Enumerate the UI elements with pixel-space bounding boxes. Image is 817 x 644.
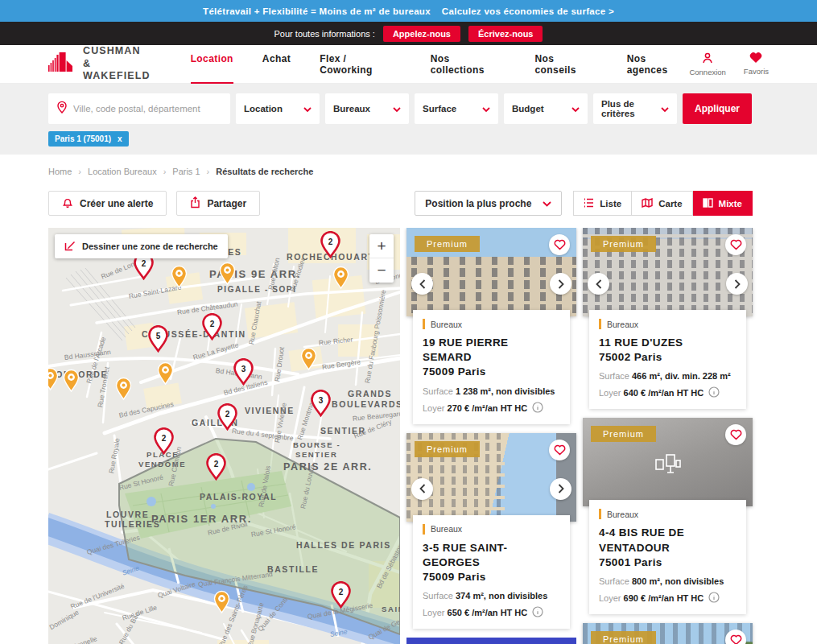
listing-card[interactable]: Premium Bureaux 4-4 BIS RUE DE VENTADOUR…: [583, 418, 753, 614]
banner-text: Télétravail + Flexibilité = Moins de m² …: [203, 6, 431, 16]
map-cluster-pin[interactable]: 2: [201, 313, 223, 344]
svg-text:3: 3: [319, 396, 324, 405]
filter-dropdown-bureaux[interactable]: Bureaux: [325, 93, 409, 124]
promo-banner: Télétravail + Flexibilité = Moins de m² …: [0, 0, 817, 22]
map-district-label: BASTILLE: [267, 564, 319, 574]
svg-text:3: 3: [241, 365, 246, 374]
info-icon[interactable]: [708, 592, 720, 605]
breadcrumb-item[interactable]: Home: [48, 167, 72, 176]
nav-item-location[interactable]: Location: [191, 48, 233, 80]
nav-item-nos-conseils[interactable]: Nos conseils: [535, 48, 598, 80]
map-zoom-control: + −: [369, 234, 394, 283]
carousel-prev-icon[interactable]: [588, 273, 609, 295]
map-cluster-pin[interactable]: 3: [310, 390, 332, 420]
info-icon[interactable]: [532, 606, 543, 619]
favorite-heart-icon[interactable]: [549, 234, 570, 255]
sort-dropdown[interactable]: Position la plus proche: [415, 191, 562, 216]
listing-title: 4-4 BIS RUE DE VENTADOUR75001 Paris: [599, 526, 737, 570]
carousel-prev-icon[interactable]: [411, 478, 433, 500]
info-icon[interactable]: [532, 402, 543, 415]
view-button-liste[interactable]: Liste: [573, 191, 632, 216]
favorites-button[interactable]: Favoris: [744, 52, 769, 76]
carousel-next-icon[interactable]: [550, 273, 571, 295]
zoom-out-button[interactable]: −: [369, 258, 394, 283]
filter-bar: LocationBureauxSurfaceBudgetPlus de crit…: [0, 84, 817, 155]
search-input[interactable]: [73, 104, 222, 114]
share-button[interactable]: Partager: [176, 191, 260, 216]
carousel-prev-icon[interactable]: [411, 273, 433, 295]
breadcrumb-item[interactable]: Location Bureaux: [88, 167, 157, 176]
map-cluster-pin[interactable]: 2: [153, 427, 175, 458]
draw-zone-button[interactable]: Dessiner une zone de recherche: [55, 234, 228, 258]
svg-text:5: 5: [156, 332, 161, 341]
create-alert-button[interactable]: Créer une alerte: [48, 191, 167, 216]
chevron-down-icon: [482, 104, 490, 114]
chevron-down-icon: [303, 104, 312, 114]
map-cluster-pin[interactable]: 5: [147, 325, 169, 356]
map-listing-pin[interactable]: [218, 262, 237, 289]
view-button-mixte[interactable]: Mixte: [693, 191, 753, 216]
write-us-button[interactable]: Écrivez-nous: [468, 26, 543, 42]
listing-card[interactable]: Premium Bureaux 3-5 RUE SAINT-GEORGES750…: [406, 433, 576, 630]
favorite-heart-icon[interactable]: [725, 234, 746, 255]
chevron-down-icon: [393, 104, 401, 114]
map-listing-pin[interactable]: [170, 265, 188, 292]
nav-item-flex-coworking[interactable]: Flex / Coworking: [320, 48, 402, 80]
map-cluster-pin[interactable]: 3: [233, 358, 254, 389]
chip-close-icon[interactable]: x: [118, 134, 122, 143]
nav-item-nos-agences[interactable]: Nos agences: [627, 48, 690, 80]
map-listing-pin[interactable]: [299, 347, 318, 374]
chevron-down-icon: [571, 104, 580, 114]
favorite-heart-icon[interactable]: [725, 630, 746, 644]
nav-item-nos-collections[interactable]: Nos collections: [431, 48, 506, 80]
map-listing-pin[interactable]: [114, 377, 133, 404]
svg-text:2: 2: [339, 588, 344, 597]
favorite-heart-icon[interactable]: [549, 440, 570, 460]
results-map[interactable]: ST GEORGESROCHECHOUARTPARIS 9E ARR.PIGAL…: [48, 228, 400, 644]
surface-line: Surface 374 m², non divisibles: [423, 591, 560, 601]
map-listing-pin[interactable]: [156, 361, 175, 389]
info-icon[interactable]: [708, 386, 720, 399]
filter-dropdown-surface[interactable]: Surface: [415, 93, 498, 124]
results-list: Premium Bureaux 19 RUE PIERRE SEMARD7500…: [406, 228, 753, 644]
listing-card[interactable]: Premium: [583, 623, 753, 644]
header: CUSHMAN &WAKEFIELD LocationAchatFlex / C…: [0, 45, 817, 84]
listing-card[interactable]: Premium Bureaux 19 RUE PIERRE SEMARD7500…: [406, 228, 576, 424]
premium-badge: Premium: [415, 441, 480, 457]
banner-cta-link[interactable]: Calculez vos économies de surface >: [442, 6, 614, 16]
map-listing-pin[interactable]: [62, 369, 80, 396]
brand-logo[interactable]: CUSHMAN &WAKEFIELD: [48, 45, 152, 83]
nav-item-achat[interactable]: Achat: [262, 48, 291, 80]
map-listing-pin[interactable]: [48, 367, 60, 394]
breadcrumb-item: Résultats de recherche: [216, 167, 313, 176]
asset-type-tag: Bureaux: [599, 319, 737, 329]
listing-card[interactable]: Premium Bureaux 11 RUE D'UZES75002 Paris: [583, 228, 753, 409]
carte-icon: [642, 198, 653, 209]
map-cluster-pin[interactable]: 2: [205, 453, 227, 484]
surface-line: Surface 1 238 m², non divisibles: [423, 386, 560, 396]
carousel-next-icon[interactable]: [550, 478, 571, 500]
map-district-label: HALLES DE PARIS: [296, 540, 391, 550]
carousel-next-icon[interactable]: [726, 273, 748, 295]
map-cluster-pin[interactable]: 2: [330, 581, 352, 612]
filter-dropdown-location[interactable]: Location: [236, 93, 320, 124]
map-cluster-pin[interactable]: 2: [320, 231, 341, 262]
map-pin-icon: [56, 101, 68, 117]
premium-badge: Premium: [591, 236, 656, 252]
filter-dropdown-budget[interactable]: Budget: [504, 93, 588, 124]
filter-dropdown-plus-de-critères[interactable]: Plus de critères: [593, 93, 677, 124]
map-listing-pin[interactable]: [213, 590, 231, 617]
promo-card[interactable]: Télétravail + Flexibilité =moins de m² d…: [406, 638, 576, 644]
listing-photo: Premium: [406, 433, 576, 522]
zoom-in-button[interactable]: +: [369, 234, 394, 258]
view-switcher: ListeCarteMixte: [573, 191, 753, 216]
map-cluster-pin[interactable]: 2: [217, 403, 238, 434]
map-listing-pin[interactable]: [332, 266, 350, 293]
breadcrumb-item[interactable]: Paris 1: [172, 167, 200, 176]
rent-line: Loyer 270 € /m²/an HT HC: [423, 402, 560, 415]
apply-filters-button[interactable]: Appliquer: [683, 93, 752, 124]
login-button[interactable]: Connexion: [689, 52, 725, 76]
call-us-button[interactable]: Appelez-nous: [383, 26, 460, 42]
premium-badge: Premium: [591, 631, 656, 644]
view-button-carte[interactable]: Carte: [632, 191, 692, 216]
